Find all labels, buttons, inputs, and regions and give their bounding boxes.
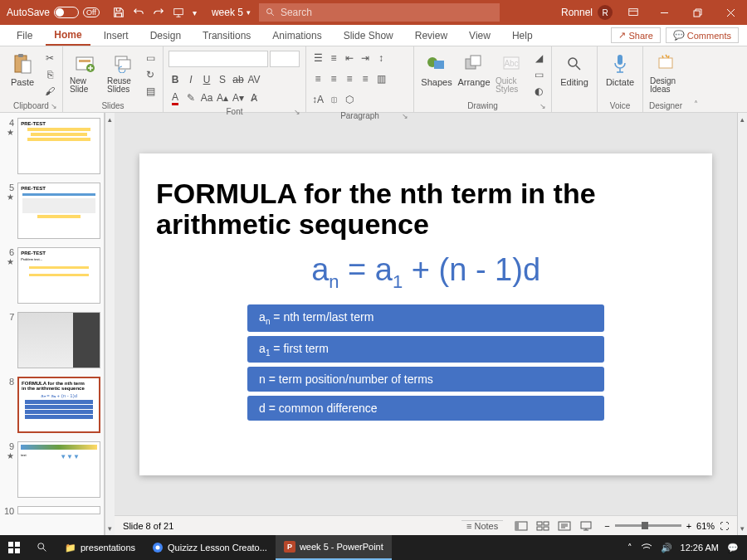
change-case-button[interactable]: Aa [200,90,213,105]
search-box[interactable]: Search [259,3,500,22]
section-button[interactable]: ▤ [143,84,158,99]
tab-animations[interactable]: Animations [264,27,330,45]
scroll-up-icon[interactable]: ▴ [105,113,115,126]
share-button[interactable]: ↗Share [611,27,660,43]
underline-button[interactable]: U [200,72,213,87]
font-family-input[interactable] [168,51,268,67]
clear-format-button[interactable]: A̷ [247,90,261,105]
sorter-view-button[interactable] [533,519,553,533]
bold-button[interactable]: B [168,72,182,87]
paste-button[interactable]: Paste [5,51,40,89]
layout-button[interactable]: ▭ [143,51,158,66]
ribbon-display-icon[interactable] [619,7,647,18]
tab-design[interactable]: Design [142,27,189,45]
collapse-ribbon-button[interactable]: ˄ [688,46,703,112]
present-icon[interactable] [173,7,184,18]
thumbnail-4[interactable]: 4★ PRE-TEST [3,118,100,174]
shadow-button[interactable]: S [216,72,229,87]
document-title[interactable]: week 5 ▾ [203,7,259,18]
tray-up-icon[interactable]: ˄ [627,543,632,553]
toggle-switch[interactable] [54,7,79,18]
indent-right-button[interactable]: ⇥ [359,51,372,66]
scroll-up-icon[interactable]: ▴ [738,113,747,126]
align-text-button[interactable]: ⎅ [327,92,340,107]
tab-view[interactable]: View [461,27,499,45]
arrange-button[interactable]: Arrange [456,51,491,89]
reset-button[interactable]: ↻ [143,67,158,82]
format-painter-button[interactable]: 🖌 [42,84,57,99]
tab-home[interactable]: Home [46,26,90,46]
thumbnail-5[interactable]: 5★ PRE-TEST [3,183,100,239]
dictate-button[interactable]: Dictate [603,51,637,89]
wifi-icon[interactable] [641,543,652,553]
reuse-slides-button[interactable]: Reuse Slides [105,51,140,95]
start-button[interactable] [0,535,28,560]
thumbnail-7[interactable]: 7 [3,312,100,368]
dialog-launcher-icon[interactable]: ↘ [51,102,57,110]
decrease-font-button[interactable]: A▾ [232,90,245,105]
maximize-button[interactable] [681,0,714,25]
thumbnail-panel[interactable]: 4★ PRE-TEST 5★ PRE-TEST 6★ PRE-TESTProbl… [0,113,105,535]
editing-button[interactable]: Editing [557,51,592,89]
save-icon[interactable] [113,7,124,18]
slideshow-view-button[interactable] [576,519,596,533]
slide-canvas[interactable]: FORMULA for the nth term in the arithmet… [115,113,737,515]
spacing-button[interactable]: AV [247,72,261,87]
smartart-button[interactable]: ⬡ [343,92,356,107]
close-button[interactable] [714,0,747,25]
notifications-icon[interactable]: 💬 [727,543,739,553]
thumbnail-6[interactable]: 6★ PRE-TESTProblem text... [3,247,100,304]
user-account[interactable]: Ronnel R [554,5,619,20]
scroll-down-icon[interactable]: ▾ [105,522,115,535]
design-ideas-button[interactable]: Design Ideas [648,51,683,95]
search-task-button[interactable] [28,535,56,560]
shape-effects-button[interactable]: ◐ [531,84,546,99]
zoom-slider[interactable] [615,524,681,527]
tab-insert[interactable]: Insert [95,27,137,45]
redo-icon[interactable] [153,7,164,18]
thumbnail-8[interactable]: 8 FORMULA for the nth termin the arithme… [3,377,100,433]
strike-button[interactable]: ab [232,72,245,87]
tab-file[interactable]: File [8,27,41,45]
tab-review[interactable]: Review [407,27,456,45]
copy-button[interactable]: ⎘ [42,67,57,82]
font-color-button[interactable]: A [168,90,182,105]
chrome-task[interactable]: Quizizz Lesson Creato... [144,535,276,560]
cut-button[interactable]: ✂ [42,51,57,66]
clock[interactable]: 12:26 AM [681,543,719,553]
line-spacing-button[interactable]: ↕ [374,51,388,66]
font-size-input[interactable] [270,51,300,67]
zoom-in-button[interactable]: + [686,521,691,531]
thumbnail-10[interactable]: 10 [3,506,100,516]
shape-outline-button[interactable]: ▭ [531,67,546,82]
undo-icon[interactable] [133,7,144,18]
increase-font-button[interactable]: A▴ [216,90,229,105]
columns-button[interactable]: ▥ [374,71,388,86]
notes-button[interactable]: ≡Notes [461,520,503,531]
quick-styles-button[interactable]: Abc Quick Styles [494,51,529,95]
qat-more-icon[interactable]: ▾ [193,8,197,17]
highlight-button[interactable]: ✎ [184,90,198,105]
thumbnail-scrollbar[interactable]: ▴ ▾ [105,113,115,535]
new-slide-button[interactable]: New Slide [68,51,103,95]
bullets-button[interactable]: ☰ [311,51,325,66]
fit-button[interactable]: ⛶ [720,521,729,531]
zoom-out-button[interactable]: − [604,521,609,531]
text-direction-button[interactable]: ↕A [311,92,325,107]
shape-fill-button[interactable]: ◢ [531,51,546,66]
explorer-task[interactable]: 📁presentations [56,535,144,560]
minimize-button[interactable] [647,0,681,25]
align-right-button[interactable]: ≡ [343,71,356,86]
numbering-button[interactable]: ≡ [327,51,340,66]
indent-left-button[interactable]: ⇤ [343,51,356,66]
current-slide[interactable]: FORMULA for the nth term in the arithmet… [139,153,712,475]
scroll-down-icon[interactable]: ▾ [738,522,747,535]
dialog-launcher-icon[interactable]: ↘ [540,102,546,110]
tab-help[interactable]: Help [504,27,541,45]
thumbnail-9[interactable]: 9★ text▼▼▼ [3,441,100,498]
tab-slideshow[interactable]: Slide Show [335,27,402,45]
align-center-button[interactable]: ≡ [327,71,340,86]
shapes-button[interactable]: Shapes [419,51,454,89]
justify-button[interactable]: ≡ [359,71,372,86]
powerpoint-task[interactable]: Pweek 5 - PowerPoint [276,535,392,560]
